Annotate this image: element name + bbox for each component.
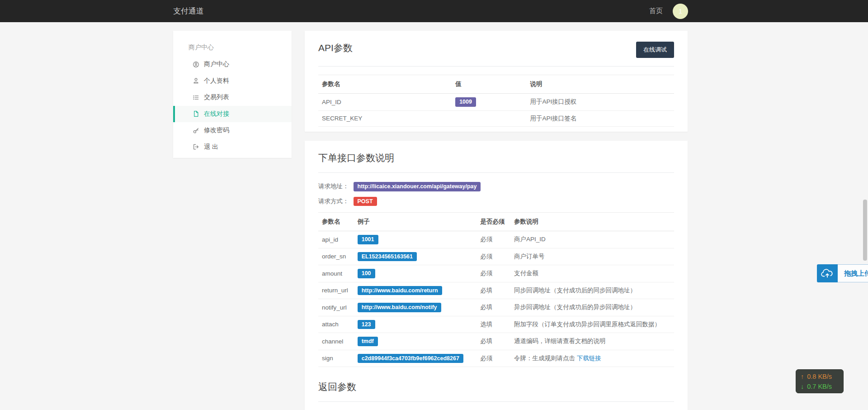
param-name-cell: return_url	[318, 282, 354, 299]
sidebar-item[interactable]: 修改密码	[173, 122, 292, 139]
param-name-cell: sign	[318, 350, 354, 367]
col-header-desc: 参数说明	[510, 213, 674, 231]
table-row: sign c2d89944f3ca4703fb9ef6962ced8267 必须…	[318, 350, 674, 367]
col-header-param: 参数名	[318, 213, 354, 231]
param-desc-cell: 支付金额	[510, 265, 674, 282]
param-value-badge: 1009	[455, 97, 476, 107]
param-example-badge: 123	[358, 320, 375, 329]
sidebar-item-label: 修改密码	[204, 126, 229, 134]
table-row: API_ID 1009 用于API接口授权	[318, 94, 674, 111]
sidebar-item-label: 商户中心	[204, 60, 229, 68]
table-row: channel tmdf 必填 通道编码，详细请查看文档的说明	[318, 333, 674, 350]
param-required-cell: 必须	[476, 265, 510, 282]
sidebar-item[interactable]: 在线对接	[173, 106, 292, 123]
down-arrow-icon: ↓	[801, 382, 804, 391]
table-row: attach 123 选填 附加字段（订单支付成功异步回调里原格式返回数据）	[318, 316, 674, 333]
request-method-line: 请求方式： POST	[318, 197, 674, 206]
param-desc-cell: 商户订单号	[510, 248, 674, 265]
online-debug-button[interactable]: 在线调试	[636, 42, 674, 58]
param-required-cell: 必填	[476, 282, 510, 299]
table-row: amount 100 必须 支付金额	[318, 265, 674, 282]
upload-label: 拖拽上传	[838, 264, 868, 282]
api-params-table: 参数名 值 说明 API_ID 1009 用于API接口授权 SECRET_KE…	[318, 75, 674, 127]
param-name-cell: api_id	[318, 231, 354, 248]
param-example-badge: 1001	[358, 235, 378, 244]
param-desc-cell: 同步回调地址（支付成功后的同步回调地址）	[510, 282, 674, 299]
nav-home-link[interactable]: 首页	[649, 7, 663, 15]
param-name-cell: channel	[318, 333, 354, 350]
net-speed-indicator: ↑ 0.8 KB/s ↓ 0.7 KB/s	[796, 369, 844, 393]
param-required-cell: 必须	[476, 248, 510, 265]
order-card-header: 下单接口参数说明	[318, 152, 674, 173]
col-header-example: 例子	[354, 213, 477, 231]
param-desc-cell: 商户API_ID	[510, 231, 674, 248]
param-example-badge: EL15234565163561	[358, 252, 417, 262]
param-required-cell: 必须	[476, 350, 510, 367]
scrollbar-thumb[interactable]	[863, 200, 867, 261]
param-required-cell: 必填	[476, 333, 510, 350]
col-header-required: 是否必须	[476, 213, 510, 231]
param-required-cell: 必须	[476, 231, 510, 248]
upload-speed: ↑ 0.8 KB/s	[801, 372, 839, 381]
sidebar-item-label: 交易列表	[204, 93, 229, 101]
sidebar-item[interactable]: 交易列表	[173, 89, 292, 106]
user-circle-icon	[192, 61, 199, 68]
param-example-badge: 100	[358, 269, 375, 278]
param-desc-cell: 附加字段（订单支付成功异步回调里原格式返回数据）	[510, 316, 674, 333]
sidebar-item-label: 个人资料	[204, 77, 229, 85]
key-icon	[192, 127, 199, 134]
download-link[interactable]: 下载链接	[577, 355, 601, 362]
sidebar: 商户中心 商户中心 个人资料 交易列表 在线对接 修改密码 退 出	[173, 31, 292, 158]
param-name-cell: SECRET_KEY	[318, 110, 452, 126]
order-params-table: 参数名 例子 是否必须 参数说明 api_id 1001 必须 商户API_ID…	[318, 212, 674, 367]
sidebar-header: 商户中心	[173, 40, 292, 56]
param-desc-cell: 用于API接口授权	[526, 94, 674, 111]
table-row: api_id 1001 必须 商户API_ID	[318, 231, 674, 248]
request-url-badge: http://licaice.xiandouer.com/api/gateway…	[354, 182, 481, 191]
brand-title: 支付通道	[173, 0, 204, 22]
param-name-cell: amount	[318, 265, 354, 282]
sidebar-item[interactable]: 退 出	[173, 139, 292, 156]
request-method-label: 请求方式：	[318, 197, 349, 205]
user-avatar[interactable]: 1	[673, 4, 688, 19]
sidebar-item-label: 退 出	[204, 143, 218, 151]
upload-speed-value: 0.8 KB/s	[807, 372, 832, 381]
page: 支付通道 首页 1 商户中心 商户中心 个人资料 交易列表 在线对接	[0, 0, 868, 410]
param-example-badge: c2d89944f3ca4703fb9ef6962ced8267	[358, 354, 463, 363]
top-navbar: 支付通道 首页 1	[0, 0, 868, 22]
section-title: 下单接口参数说明	[318, 152, 394, 164]
table-row: order_sn EL15234565163561 必须 商户订单号	[318, 248, 674, 265]
order-api-card: 下单接口参数说明 请求地址： http://licaice.xiandouer.…	[305, 141, 688, 410]
list-icon	[192, 94, 199, 101]
api-card-header: API参数 在线调试	[318, 42, 674, 67]
up-arrow-icon: ↑	[801, 372, 804, 381]
sidebar-menu: 商户中心 个人资料 交易列表 在线对接 修改密码 退 出	[173, 56, 292, 155]
sidebar-item[interactable]: 个人资料	[173, 73, 292, 90]
cloud-upload-icon	[817, 264, 838, 282]
col-header-desc: 说明	[526, 75, 674, 94]
param-name-cell: API_ID	[318, 94, 452, 111]
param-example-badge: http://www.baidu.com/return	[358, 286, 442, 296]
page-title: API参数	[318, 42, 353, 54]
file-icon	[192, 110, 199, 118]
upload-widget[interactable]: 拖拽上传	[817, 264, 868, 282]
param-example-badge: http://www.baidu.com/notify	[358, 303, 441, 312]
param-desc-cell: 令牌：生成规则请点击 下载链接	[510, 350, 674, 367]
param-name-cell: notify_url	[318, 299, 354, 316]
param-required-cell: 选填	[476, 316, 510, 333]
logout-icon	[192, 143, 199, 151]
table-row: notify_url http://www.baidu.com/notify 必…	[318, 299, 674, 316]
table-row: return_url http://www.baidu.com/return 必…	[318, 282, 674, 299]
download-speed-value: 0.7 KB/s	[807, 382, 832, 391]
table-row: SECRET_KEY 用于API接口签名	[318, 110, 674, 126]
col-header-param: 参数名	[318, 75, 452, 94]
return-params-header: 返回参数	[318, 381, 674, 402]
download-speed: ↓ 0.7 KB/s	[801, 382, 839, 391]
param-desc-cell: 用于API接口签名	[526, 110, 674, 126]
col-header-value: 值	[452, 75, 526, 94]
sidebar-item[interactable]: 商户中心	[173, 56, 292, 73]
api-params-card: API参数 在线调试 参数名 值 说明 API_ID 1009 用于API接口授…	[305, 31, 688, 132]
navbar-right: 首页 1	[649, 0, 688, 22]
param-desc-cell: 通道编码，详细请查看文档的说明	[510, 333, 674, 350]
return-params-title: 返回参数	[318, 381, 356, 393]
